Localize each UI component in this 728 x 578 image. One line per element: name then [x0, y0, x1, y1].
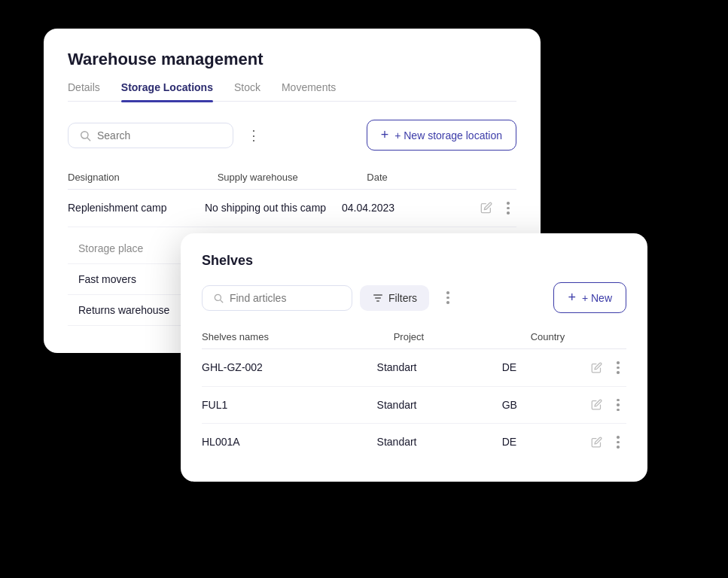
tab-stock[interactable]: Stock	[234, 81, 260, 101]
shelves-new-button[interactable]: + + New	[553, 282, 626, 313]
row-actions	[589, 360, 626, 376]
three-dots-icon	[501, 202, 515, 214]
filters-button[interactable]: Filters	[360, 285, 429, 311]
table-row: Replenishment camp No shipping out this …	[68, 190, 516, 227]
svg-line-1	[87, 138, 90, 141]
three-dots-icon	[611, 399, 625, 412]
table-header: Designation Supply warehouse Date	[68, 166, 516, 190]
edit-row-button[interactable]	[479, 200, 494, 215]
plus-icon: +	[568, 290, 576, 306]
search-input-wrap	[68, 123, 233, 148]
find-articles-input[interactable]	[230, 292, 341, 304]
row-actions	[479, 200, 516, 216]
filter-icon	[372, 292, 384, 304]
shelves-row-3: HL001A Standart DE	[202, 424, 626, 461]
tab-details[interactable]: Details	[68, 81, 100, 101]
tab-storage-locations[interactable]: Storage Locations	[121, 81, 213, 101]
search-icon	[79, 129, 91, 141]
page-title: Warehouse management	[68, 50, 516, 69]
row-actions	[589, 397, 626, 413]
shelves-row-1: GHL-GZ-002 Standart DE	[202, 349, 626, 387]
shelves-title: Shelves	[202, 253, 626, 269]
pencil-icon	[591, 437, 602, 448]
three-dots-icon	[611, 361, 625, 374]
shelf-1-more-button[interactable]	[610, 360, 626, 376]
row-more-button[interactable]	[500, 200, 516, 216]
pencil-icon	[591, 362, 602, 373]
edit-shelf-3-button[interactable]	[589, 435, 604, 449]
pencil-icon	[591, 399, 602, 410]
edit-shelf-2-button[interactable]	[589, 397, 604, 412]
edit-shelf-1-button[interactable]	[589, 360, 604, 375]
row-actions	[589, 434, 626, 450]
pencil-icon	[480, 202, 492, 214]
shelf-2-more-button[interactable]	[610, 397, 626, 413]
more-options-button[interactable]: ⋮	[242, 123, 266, 148]
shelves-table-header: Shelves names Project Country	[202, 325, 626, 349]
shelves-card: Shelves Filters + + New	[181, 233, 647, 482]
find-articles-wrap	[202, 285, 352, 311]
three-dots-icon	[611, 436, 625, 449]
tab-bar: Details Storage Locations Stock Movement…	[68, 81, 516, 102]
tab-movements[interactable]: Movements	[282, 81, 336, 101]
shelves-row-2: FUL1 Standart GB	[202, 387, 626, 424]
shelves-more-options-button[interactable]	[440, 290, 456, 306]
dots-vertical-icon: ⋮	[247, 127, 261, 144]
search-input[interactable]	[97, 129, 222, 141]
plus-icon: +	[381, 127, 389, 143]
search-bar-row: ⋮ + + New storage location	[68, 120, 516, 151]
shelf-3-more-button[interactable]	[610, 434, 626, 450]
svg-line-3	[221, 300, 223, 302]
search-articles-icon	[213, 292, 224, 304]
three-dots-icon	[441, 291, 455, 304]
new-storage-location-button[interactable]: + + New storage location	[367, 120, 516, 151]
shelves-toolbar: Filters + + New	[202, 282, 626, 313]
shelves-table: Shelves names Project Country GHL-GZ-002…	[202, 325, 626, 461]
